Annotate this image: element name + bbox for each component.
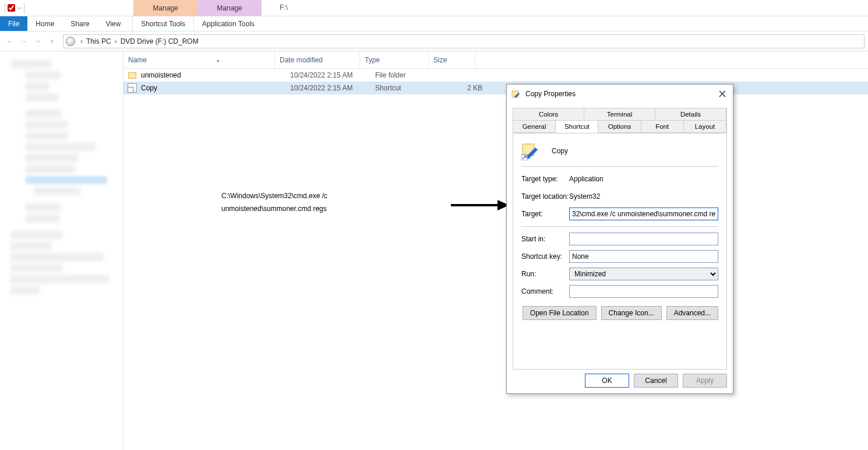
sidebar-item[interactable] — [34, 187, 80, 195]
address-bar[interactable]: › This PC › DVD Drive (F:) CD_ROM — [63, 34, 865, 48]
tab-file[interactable]: File — [0, 16, 27, 31]
chevron-right-icon[interactable]: › — [113, 37, 119, 45]
input-target[interactable] — [569, 208, 718, 220]
label-run: Run: — [521, 270, 569, 278]
change-icon-button[interactable]: Change Icon... — [601, 306, 662, 320]
sidebar-item[interactable] — [26, 165, 75, 173]
tab-page-shortcut: Copy Target type: Application Target loc… — [513, 133, 727, 370]
label-comment: Comment: — [521, 287, 569, 296]
sidebar-item[interactable] — [10, 286, 40, 294]
back-button[interactable]: ← — [3, 35, 16, 48]
sidebar-item[interactable] — [26, 71, 61, 79]
label-shortcut-key: Shortcut key: — [521, 252, 569, 261]
drive-icon — [66, 37, 75, 46]
tab-shortcut-tools[interactable]: Shortcut Tools — [132, 16, 193, 31]
shortcut-icon — [127, 83, 137, 93]
sidebar-item[interactable] — [10, 231, 63, 239]
file-type: File folder — [375, 71, 444, 79]
file-type: Shortcut — [375, 84, 444, 92]
sidebar-item[interactable] — [10, 253, 104, 261]
apply-button[interactable]: Apply — [683, 374, 727, 388]
divider — [521, 226, 718, 227]
chevron-right-icon[interactable]: › — [79, 37, 84, 45]
navigation-pane[interactable] — [0, 51, 124, 450]
quick-access-toolbar: Manage Manage F:\ — [0, 0, 868, 16]
sidebar-item[interactable] — [26, 203, 61, 212]
annotation-text: C:\Windows\System32\cmd.exe /c unmoisten… — [221, 189, 327, 215]
col-date[interactable]: Date modified — [275, 51, 360, 68]
dialog-titlebar[interactable]: Copy Properties — [507, 85, 733, 103]
dialog-tabs: Colors Terminal Details General Shortcut… — [513, 108, 727, 133]
open-file-location-button[interactable]: Open File Location — [523, 306, 597, 320]
col-size[interactable]: Size — [429, 51, 475, 68]
tab-shortcut[interactable]: Shortcut — [555, 120, 598, 133]
sidebar-item[interactable] — [26, 121, 68, 129]
sidebar-item[interactable] — [26, 143, 96, 151]
breadcrumb-this-pc[interactable]: This PC — [84, 37, 113, 45]
sidebar-item[interactable] — [10, 242, 51, 250]
sidebar-item[interactable] — [10, 275, 110, 283]
sidebar-item[interactable] — [10, 264, 63, 272]
tab-home[interactable]: Home — [27, 16, 62, 31]
properties-dialog: Copy Properties Colors Terminal Details … — [506, 84, 733, 394]
sidebar-item[interactable] — [26, 110, 62, 118]
contextual-tab-shortcut[interactable]: Manage — [133, 0, 197, 16]
close-button[interactable] — [717, 88, 728, 100]
column-headers[interactable]: Name Date modified Type Size — [124, 51, 868, 69]
sidebar-item[interactable] — [10, 60, 51, 68]
file-row-folder[interactable]: unmoistened 10/24/2022 2:15 AM File fold… — [124, 69, 868, 82]
contextual-tab-application[interactable]: Manage — [197, 0, 262, 16]
file-name: Copy — [141, 84, 290, 92]
folder-icon — [127, 70, 137, 80]
tab-terminal[interactable]: Terminal — [584, 108, 655, 121]
select-run[interactable]: Minimized — [569, 268, 718, 280]
sidebar-item[interactable] — [26, 154, 78, 162]
tab-details[interactable]: Details — [655, 108, 726, 121]
up-button[interactable]: ↑ — [45, 35, 58, 48]
label-target-location: Target location: — [521, 192, 569, 201]
file-row-shortcut[interactable]: Copy 10/24/2022 2:15 AM Shortcut 2 KB — [124, 82, 868, 94]
tab-font[interactable]: Font — [641, 120, 684, 133]
tab-colors[interactable]: Colors — [513, 108, 584, 121]
ribbon-tabs: File Home Share View Shortcut Tools Appl… — [0, 16, 868, 31]
label-start-in: Start in: — [521, 235, 569, 243]
qat-checkbox[interactable] — [8, 4, 15, 12]
breadcrumb-drive[interactable]: DVD Drive (F:) CD_ROM — [119, 37, 200, 45]
tab-options[interactable]: Options — [598, 120, 641, 133]
close-icon — [719, 90, 726, 97]
sidebar-item[interactable] — [26, 132, 68, 140]
ok-button[interactable]: OK — [585, 374, 629, 388]
file-size: 2 KB — [444, 84, 487, 92]
dialog-icon — [511, 89, 521, 99]
sidebar-item[interactable] — [26, 82, 49, 90]
file-name: unmoistened — [141, 71, 290, 79]
tab-general[interactable]: General — [513, 120, 556, 133]
cancel-button[interactable]: Cancel — [634, 374, 678, 388]
shortcut-large-icon — [521, 142, 540, 160]
advanced-button[interactable]: Advanced... — [666, 306, 718, 320]
file-date: 10/24/2022 2:15 AM — [290, 84, 375, 92]
window-path-hint: F:\ — [280, 3, 288, 12]
value-target-location: System32 — [569, 192, 718, 201]
tab-share[interactable]: Share — [62, 16, 97, 31]
qat-dropdown-icon[interactable] — [17, 6, 22, 10]
col-type[interactable]: Type — [360, 51, 429, 68]
input-comment[interactable] — [569, 285, 718, 298]
recent-dropdown-icon[interactable] — [31, 35, 44, 48]
forward-button[interactable]: → — [17, 35, 30, 48]
input-shortcut-key[interactable] — [569, 250, 718, 263]
sidebar-item-selected[interactable] — [26, 176, 107, 184]
value-target-type: Application — [569, 175, 718, 183]
tab-view[interactable]: View — [97, 16, 129, 31]
file-date: 10/24/2022 2:15 AM — [290, 71, 375, 79]
sidebar-item[interactable] — [26, 215, 59, 223]
sidebar-item[interactable] — [26, 93, 58, 101]
tab-layout[interactable]: Layout — [683, 120, 726, 133]
col-name[interactable]: Name — [124, 51, 275, 68]
dialog-body: Colors Terminal Details General Shortcut… — [507, 103, 733, 370]
qat-separator — [5, 3, 5, 13]
main-split: Name Date modified Type Size unmoistened… — [0, 51, 868, 450]
input-start-in[interactable] — [569, 233, 718, 245]
dialog-footer: OK Cancel Apply — [507, 368, 733, 393]
tab-application-tools[interactable]: Application Tools — [193, 16, 263, 31]
